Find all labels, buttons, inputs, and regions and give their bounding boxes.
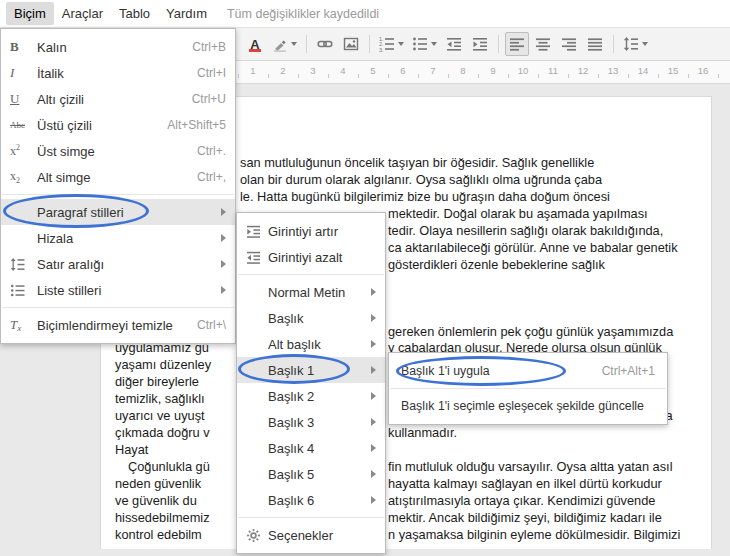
submenu-arrow-icon (221, 234, 226, 242)
menu-item-label: İtalik (37, 66, 185, 81)
menu-item-label: Biçimlendirmeyi temizle (37, 318, 185, 333)
menu-item-bold[interactable]: B Kalın Ctrl+B (1, 34, 235, 60)
menubar: Biçim Araçlar Tablo Yardım Tüm değişikli… (0, 0, 730, 27)
increase-indent-button[interactable] (468, 32, 492, 56)
menu-item-label: Altı çizili (37, 92, 180, 107)
menu-format[interactable]: Biçim (6, 2, 54, 25)
increase-indent-icon (246, 224, 268, 239)
svg-text:3.: 3. (379, 47, 384, 52)
dropdown-caret-icon (642, 42, 648, 46)
menu-help[interactable]: Yardım (158, 2, 215, 25)
bulleted-list-icon (412, 36, 428, 52)
line-spacing-icon (623, 36, 639, 52)
menu-item-heading-4[interactable]: Başlık 4 (237, 435, 385, 461)
ruler-number: 9 (478, 65, 508, 76)
ruler-number: 1 (238, 65, 268, 76)
document-text-line: mektir. Ancak bildiğimiz şeyi, bildiğimi… (388, 510, 662, 526)
menu-item-label: Kalın (37, 40, 180, 55)
submenu-arrow-icon (371, 418, 376, 426)
menu-table[interactable]: Tablo (111, 2, 158, 25)
bold-icon: B (10, 39, 37, 55)
menu-item-update-heading1[interactable]: Başlık 1'i seçimle eşleşecek şekilde gün… (389, 393, 667, 419)
numbered-list-icon: 1.2.3. (379, 36, 395, 52)
menu-item-heading-5[interactable]: Başlık 5 (237, 461, 385, 487)
align-left-button[interactable] (505, 32, 529, 56)
save-status: Tüm değişiklikler kaydedildi (227, 7, 379, 21)
document-text-line: hayatta kalmayı sağlayan en ilkel dürtü … (388, 476, 662, 492)
menu-item-strikethrough[interactable]: Abc Üstü çizili Alt+Shift+5 (1, 112, 235, 138)
menu-item-options[interactable]: Seçenekler (237, 522, 385, 548)
menu-item-normal-text[interactable]: Normal Metin (237, 279, 385, 305)
ruler-tick (718, 74, 719, 78)
document-text-line: gösterdikleri özenle bebeklerine sağlık (388, 257, 605, 273)
document-text-line: le. Hatta bugünkü bilgilerimiz bize bu u… (240, 189, 610, 205)
menu-item-subtitle[interactable]: Alt başlık (237, 331, 385, 357)
menu-item-line-spacing[interactable]: Satır aralığı (1, 251, 235, 277)
menu-item-label: Başlık 2 (268, 389, 363, 404)
menu-item-superscript[interactable]: x2 Üst simge Ctrl+. (1, 138, 235, 164)
menu-tools[interactable]: Araçlar (54, 2, 111, 25)
strikethrough-icon: Abc (10, 120, 37, 130)
ruler-number: 7 (418, 65, 448, 76)
menu-item-clear-formatting[interactable]: Tx Biçimlendirmeyi temizle Ctrl+\ (1, 312, 235, 338)
menu-item-decrease-indent[interactable]: Girintiyi azalt (237, 244, 385, 270)
ruler-number: 16 (688, 65, 718, 76)
format-menu: B Kalın Ctrl+B I İtalik Ctrl+I U Altı çi… (0, 28, 236, 344)
menu-item-title[interactable]: Başlık (237, 305, 385, 331)
decrease-indent-icon (446, 36, 462, 52)
increase-indent-icon (472, 36, 488, 52)
menu-item-list-styles[interactable]: Liste stilleri (1, 277, 235, 303)
document-text-line: mektedir. Doğal olarak bu aşamada yapılm… (388, 206, 648, 222)
insert-link-button[interactable] (313, 32, 337, 56)
menu-item-label: Normal Metin (268, 285, 363, 300)
document-text-line: san mutluluğunun öncelik taşıyan bir öğe… (240, 155, 594, 171)
numbered-list-button[interactable]: 1.2.3. (376, 32, 407, 56)
align-center-button[interactable] (531, 32, 555, 56)
align-justify-button[interactable] (583, 32, 607, 56)
document-text-line: Hayat (115, 442, 148, 458)
link-icon (317, 36, 333, 52)
menu-item-label: Alt simge (37, 170, 185, 185)
menu-item-underline[interactable]: U Altı çizili Ctrl+U (1, 86, 235, 112)
menu-item-label: Liste stilleri (37, 283, 213, 298)
menu-item-label: Üstü çizili (37, 118, 155, 133)
menu-item-align[interactable]: Hizala (1, 225, 235, 251)
menu-item-heading-6[interactable]: Başlık 6 (237, 487, 385, 513)
align-left-icon (509, 36, 525, 52)
document-text-line: atıştırılmasıyla ortaya çıkar. Kendimizi… (388, 493, 655, 509)
annotation-ellipse-paragraph-styles (3, 194, 149, 228)
menu-item-subscript[interactable]: x2 Alt simge Ctrl+, (1, 164, 235, 190)
menu-item-label: Başlık (268, 311, 363, 326)
bulleted-list-button[interactable] (409, 32, 440, 56)
decrease-indent-icon (246, 250, 268, 265)
menu-item-heading-2[interactable]: Başlık 2 (237, 383, 385, 409)
ruler-number: 11 (538, 65, 568, 76)
menu-item-label: Başlık 1'i seçimle eşleşecek şekilde gün… (401, 399, 655, 413)
menu-item-increase-indent[interactable]: Girintiyi artır (237, 218, 385, 244)
menu-item-label: Üst simge (37, 144, 185, 159)
text-color-button[interactable]: A (243, 32, 267, 56)
line-spacing-button[interactable] (620, 32, 651, 56)
document-text-line: n yaşamaksa bilginin eyleme dökülmesidir… (388, 527, 680, 543)
align-right-button[interactable] (557, 32, 581, 56)
document-text-line: çıkmada doğru v (115, 425, 210, 441)
toolbar-separator (369, 35, 370, 53)
menu-item-shortcut: Ctrl+B (192, 40, 226, 54)
ruler-number: 5 (358, 65, 388, 76)
decrease-indent-button[interactable] (442, 32, 466, 56)
insert-image-button[interactable] (339, 32, 363, 56)
menu-item-italic[interactable]: I İtalik Ctrl+I (1, 60, 235, 86)
document-text-line: ve güvenlik du (115, 493, 197, 509)
highlight-color-button[interactable] (269, 32, 300, 56)
menu-item-heading-3[interactable]: Başlık 3 (237, 409, 385, 435)
list-styles-icon (10, 283, 37, 298)
text-color-icon: A (247, 35, 263, 53)
menu-item-label: Seçenekler (268, 528, 376, 543)
highlight-icon (272, 36, 288, 52)
document-text-line: yaşamı düzenley (115, 357, 211, 373)
submenu-arrow-icon (371, 444, 376, 452)
document-text-line: ca aktarılabileceği görülür. Anne ve bab… (388, 240, 678, 256)
menu-separator (238, 517, 384, 518)
document-text-line: temizlik, sağlıklı (115, 391, 205, 407)
gear-icon (246, 528, 268, 543)
